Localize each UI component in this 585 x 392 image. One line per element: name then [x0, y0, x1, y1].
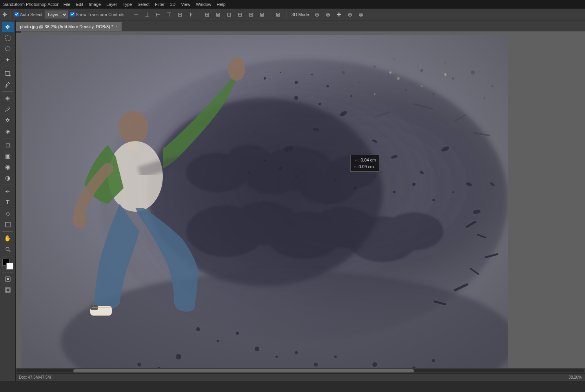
brush-button[interactable]	[2, 104, 14, 114]
svg-point-10	[374, 65, 376, 68]
menu-file[interactable]: File	[64, 2, 71, 7]
document-tab[interactable]: photo.jpg @ 38.2% (Add More Density, RGB…	[16, 22, 122, 31]
align-top-button[interactable]: ⊤	[165, 10, 173, 19]
doc-size-label: Doc: 47.5M/47.5M	[19, 375, 51, 379]
menu-layer[interactable]: Layer	[106, 2, 117, 7]
svg-point-44	[339, 110, 348, 118]
align-center-h-button[interactable]: ⊥	[143, 10, 151, 19]
canvas-viewport[interactable]: ↔: 0.04 cm ↕: 0.09 cm	[16, 31, 585, 368]
figure-silhouette	[73, 57, 328, 316]
magic-wand-button[interactable]: ✦	[2, 55, 14, 65]
divider-2	[128, 11, 128, 18]
main-layout: ✥ ✦ ⊕	[0, 20, 585, 381]
menu-window[interactable]: Window	[196, 2, 211, 7]
svg-rect-34	[231, 58, 236, 67]
dist-center-button[interactable]: ⊠	[214, 10, 222, 19]
vertical-scrollbar[interactable]	[16, 31, 21, 33]
menu-type[interactable]: Type	[123, 2, 132, 7]
eyedropper-button[interactable]	[2, 80, 14, 90]
align-left-button[interactable]: ⊣	[132, 10, 140, 19]
3d-pan-button[interactable]: ✚	[335, 10, 343, 19]
crop-tool-button[interactable]	[2, 69, 14, 79]
pen-button[interactable]: ✒	[2, 187, 14, 197]
quick-mask-button[interactable]	[2, 274, 14, 284]
dist-bottom-button[interactable]: ⊠	[258, 10, 266, 19]
dist-left-button[interactable]: ⊞	[203, 10, 211, 19]
dist-right-button[interactable]: ⊡	[225, 10, 233, 19]
auto-select-dropdown[interactable]: Layer Group	[45, 11, 68, 18]
svg-point-81	[311, 164, 313, 165]
h-scroll-track[interactable]	[16, 369, 584, 372]
svg-rect-92	[469, 267, 479, 275]
auto-select-checkbox[interactable]	[15, 12, 19, 16]
3d-slide-button[interactable]: ⊕	[346, 10, 354, 19]
svg-point-12	[420, 69, 423, 72]
svg-rect-39	[90, 306, 112, 316]
svg-point-1	[5, 86, 7, 87]
healing-brush-button[interactable]: ⊕	[2, 93, 14, 103]
svg-point-51	[490, 181, 496, 187]
tooltip-x-value: 0.04 cm	[361, 158, 376, 162]
horizontal-scrollbar[interactable]	[16, 368, 585, 373]
history-brush-button[interactable]: ◈	[2, 126, 14, 136]
gradient-button[interactable]: ▣	[2, 151, 14, 161]
zoom-button[interactable]	[2, 244, 14, 254]
tooltip-x-label: ↔:	[354, 158, 361, 162]
eraser-button[interactable]: ◻	[2, 140, 14, 150]
3d-mode-label: 3D Mode:	[292, 12, 310, 17]
dist-top-button[interactable]: ⊟	[236, 10, 244, 19]
explosion-particles	[137, 71, 498, 368]
3d-roll-button[interactable]: ⊚	[324, 10, 332, 19]
menu-help[interactable]: Help	[217, 2, 226, 7]
svg-rect-89	[465, 221, 476, 228]
align-right-button[interactable]: ⊢	[154, 10, 162, 19]
lasso-tool-button[interactable]	[2, 44, 14, 54]
3d-scale-button[interactable]: ⊗	[357, 10, 365, 19]
hand-button[interactable]: ✋	[2, 233, 14, 243]
shape-button[interactable]	[2, 220, 14, 230]
blur-button[interactable]: ◉	[2, 162, 14, 172]
tab-close-button[interactable]: ×	[115, 24, 118, 29]
menu-view[interactable]: View	[181, 2, 190, 7]
menu-image[interactable]: Image	[89, 2, 101, 7]
svg-point-65	[295, 351, 298, 354]
menu-3d[interactable]: 3D	[170, 2, 175, 7]
svg-point-55	[311, 74, 313, 75]
svg-point-95	[444, 73, 446, 76]
move-tool-button[interactable]: ✥	[2, 22, 14, 32]
svg-point-59	[350, 95, 352, 97]
clone-stamp-button[interactable]: ✲	[2, 115, 14, 125]
svg-rect-6	[7, 278, 9, 280]
svg-point-105	[326, 156, 377, 189]
menu-select[interactable]: Select	[137, 2, 149, 7]
arrange-button[interactable]: ⊠	[274, 10, 282, 19]
menu-filter[interactable]: Filter	[155, 2, 164, 7]
svg-point-100	[186, 153, 249, 192]
menu-edit[interactable]: Edit	[76, 2, 83, 7]
align-bottom-button[interactable]: ⊦	[187, 10, 195, 19]
svg-point-88	[452, 191, 454, 193]
screen-mode-button[interactable]	[2, 285, 14, 295]
svg-rect-22	[375, 111, 390, 118]
dodge-button[interactable]: ◑	[2, 173, 14, 183]
background-color[interactable]	[6, 263, 13, 270]
dist-middle-button[interactable]: ⊞	[247, 10, 255, 19]
svg-point-46	[390, 154, 398, 159]
svg-point-28	[147, 98, 383, 286]
3d-rotate-button[interactable]: ⊛	[313, 10, 321, 19]
show-transform-checkbox[interactable]	[70, 12, 75, 16]
svg-point-20	[358, 82, 360, 83]
svg-point-17	[484, 97, 485, 99]
svg-point-76	[137, 363, 141, 367]
svg-point-30	[118, 111, 148, 144]
marquee-tool-button[interactable]	[2, 33, 14, 43]
text-button[interactable]: T	[2, 198, 14, 208]
align-middle-v-button[interactable]: ⊟	[176, 10, 184, 19]
svg-point-74	[176, 354, 181, 359]
svg-point-63	[255, 347, 259, 351]
path-select-button[interactable]: ◇	[2, 209, 14, 219]
svg-rect-91	[485, 253, 498, 258]
svg-point-111	[385, 212, 443, 250]
h-scroll-thumb[interactable]	[73, 369, 414, 372]
color-swatch[interactable]	[2, 259, 13, 270]
